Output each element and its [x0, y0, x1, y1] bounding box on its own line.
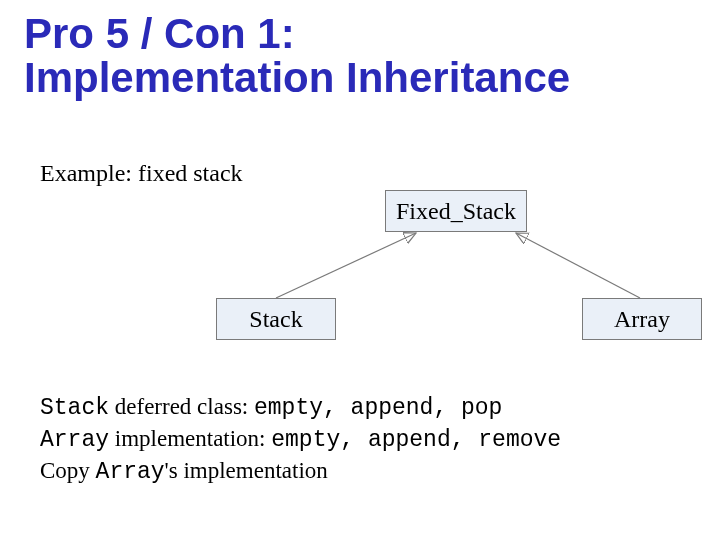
desc-line-3: Copy Array's implementation — [40, 456, 561, 488]
slide-title: Pro 5 / Con 1: Implementation Inheritanc… — [24, 12, 570, 100]
desc-l2-text1: implementation: — [109, 426, 271, 451]
desc-l1-code2: empty, append, pop — [254, 395, 502, 421]
desc-l3-code1: Array — [96, 459, 165, 485]
title-line-1: Pro 5 / Con 1: — [24, 10, 295, 57]
svg-line-1 — [516, 233, 640, 298]
svg-line-0 — [276, 233, 416, 298]
diagram-box-fixed-stack: Fixed_Stack — [385, 190, 527, 232]
desc-line-2: Array implementation: empty, append, rem… — [40, 424, 561, 456]
diagram-box-stack: Stack — [216, 298, 336, 340]
diagram-box-array: Array — [582, 298, 702, 340]
diagram-box-fixed-stack-label: Fixed_Stack — [396, 198, 516, 225]
desc-l2-code1: Array — [40, 427, 109, 453]
diagram-box-array-label: Array — [614, 306, 670, 333]
desc-l2-code2: empty, append, remove — [271, 427, 561, 453]
desc-l1-code1: Stack — [40, 395, 109, 421]
diagram-box-stack-label: Stack — [249, 306, 302, 333]
desc-l1-text1: deferred class: — [109, 394, 254, 419]
desc-l3-text2: 's implementation — [165, 458, 328, 483]
desc-l3-text1: Copy — [40, 458, 96, 483]
desc-line-1: Stack deferred class: empty, append, pop — [40, 392, 561, 424]
description-block: Stack deferred class: empty, append, pop… — [40, 392, 561, 488]
title-line-2: Implementation Inheritance — [24, 54, 570, 101]
example-label: Example: fixed stack — [40, 160, 243, 187]
